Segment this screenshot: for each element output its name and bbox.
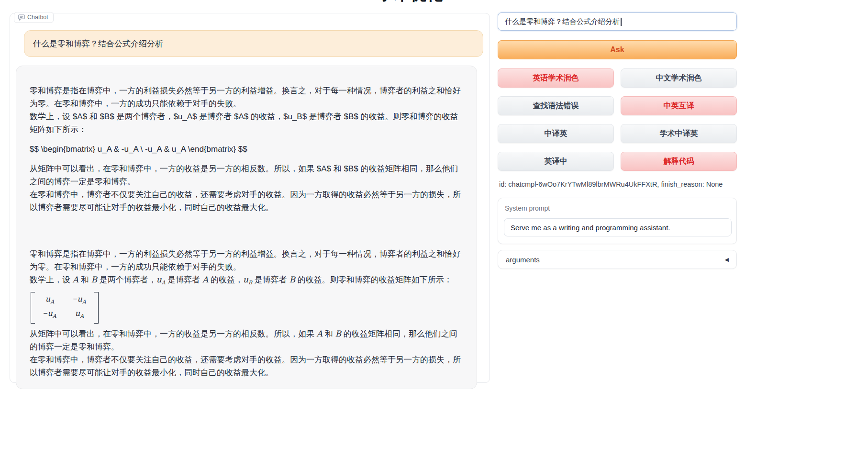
quick-button-find-grammar-errors[interactable]: 查找语法错误 bbox=[498, 96, 614, 115]
arguments-accordion-label: arguments bbox=[506, 256, 540, 264]
bot-rendered-math-intro: 数学上，设 A 和 B 是两个博弈者，uA 是博弈者 A 的收益，uB 是博弈者… bbox=[30, 273, 463, 289]
quick-button-chinese-academic-polish[interactable]: 中文学术润色 bbox=[621, 68, 737, 88]
bot-rendered-paragraph: 零和博弈是指在博弈中，一方的利益损失必然等于另一方的利益增益。换言之，对于每一种… bbox=[30, 247, 463, 273]
bot-raw-paragraph: 在零和博弈中，博弈者不仅要关注自己的收益，还需要考虑对手的收益。因为一方取得的收… bbox=[30, 188, 463, 214]
chatbot-panel: Chatbot 什么是零和博弈？结合公式介绍分析 零和博弈是指在博弈中，一方的利… bbox=[10, 13, 490, 383]
quick-button-english-academic-polish[interactable]: 英语学术润色 bbox=[498, 68, 614, 88]
system-prompt-input[interactable]: Serve me as a writing and programming as… bbox=[504, 218, 732, 236]
collapse-arrow-icon: ◀ bbox=[725, 257, 729, 263]
quick-button-zh-en-mutual-translation[interactable]: 中英互译 bbox=[621, 96, 737, 115]
quick-button-en-to-zh[interactable]: 英译中 bbox=[498, 152, 614, 171]
user-message: 什么是零和博弈？结合公式介绍分析 bbox=[24, 30, 483, 57]
payoff-matrix: uA −uA −uA uA bbox=[31, 292, 99, 323]
system-prompt-label: System prompt bbox=[505, 204, 550, 212]
question-input-value: 什么是零和博弈？结合公式介绍分析 bbox=[505, 17, 620, 26]
matrix-cell: −uA bbox=[69, 294, 89, 307]
bot-rendered-answer: 零和博弈是指在博弈中，一方的利益损失必然等于另一方的利益增益。换言之，对于每一种… bbox=[30, 247, 463, 379]
bot-raw-paragraph: 数学上，设 $A$ 和 $B$ 是两个博弈者，$u_A$ 是博弈者 $A$ 的收… bbox=[30, 110, 463, 136]
bot-raw-latex-formula: $$ \begin{bmatrix} u_A & -u_A \ -u_A & u… bbox=[30, 143, 463, 156]
page-title: ChatGPT 学术优化 bbox=[0, 0, 746, 3]
ask-button[interactable]: Ask bbox=[498, 40, 737, 59]
matrix-cell: uA bbox=[69, 308, 89, 322]
status-line: id: chatcmpl-6wOo7KrYTwMl89lbrMWRu4UkFFX… bbox=[499, 180, 738, 188]
matrix-cell: uA bbox=[40, 294, 60, 307]
bot-rendered-paragraph: 从矩阵中可以看出，在零和博弈中，一方的收益是另一方的相反数。所以，如果 A 和 … bbox=[30, 327, 463, 353]
system-prompt-card: System prompt Serve me as a writing and … bbox=[498, 198, 737, 244]
chatbot-label: Chatbot bbox=[14, 12, 54, 23]
quick-button-academic-zh-to-en[interactable]: 学术中译英 bbox=[621, 124, 737, 143]
bot-rendered-paragraph: 在零和博弈中，博弈者不仅要关注自己的收益，还需要考虑对手的收益。因为一方取得的收… bbox=[30, 353, 463, 379]
question-input[interactable]: 什么是零和博弈？结合公式介绍分析 bbox=[498, 12, 737, 31]
bot-raw-paragraph: 从矩阵中可以看出，在零和博弈中，一方的收益是另一方的相反数。所以，如果 $A$ … bbox=[30, 162, 463, 188]
bot-raw-paragraph: 零和博弈是指在博弈中，一方的利益损失必然等于另一方的利益增益。换言之，对于每一种… bbox=[30, 84, 463, 110]
quick-button-zh-to-en[interactable]: 中译英 bbox=[498, 124, 614, 143]
matrix-left-bracket bbox=[31, 292, 35, 323]
user-message-text: 什么是零和博弈？结合公式介绍分析 bbox=[33, 38, 163, 49]
quick-actions-grid: 英语学术润色 中文学术润色 查找语法错误 中英互译 中译英 学术中译英 英译中 … bbox=[498, 68, 737, 171]
arguments-accordion[interactable]: arguments ◀ bbox=[498, 250, 737, 269]
chatbot-label-text: Chatbot bbox=[27, 14, 48, 21]
matrix-right-bracket bbox=[94, 292, 99, 323]
text-caret bbox=[621, 18, 622, 26]
chat-bubble-icon bbox=[18, 14, 25, 21]
quick-button-explain-code[interactable]: 解释代码 bbox=[621, 152, 737, 171]
system-prompt-value: Serve me as a writing and programming as… bbox=[511, 224, 670, 232]
bot-message: 零和博弈是指在博弈中，一方的利益损失必然等于另一方的利益增益。换言之，对于每一种… bbox=[16, 66, 477, 389]
matrix-cell: −uA bbox=[40, 308, 60, 322]
